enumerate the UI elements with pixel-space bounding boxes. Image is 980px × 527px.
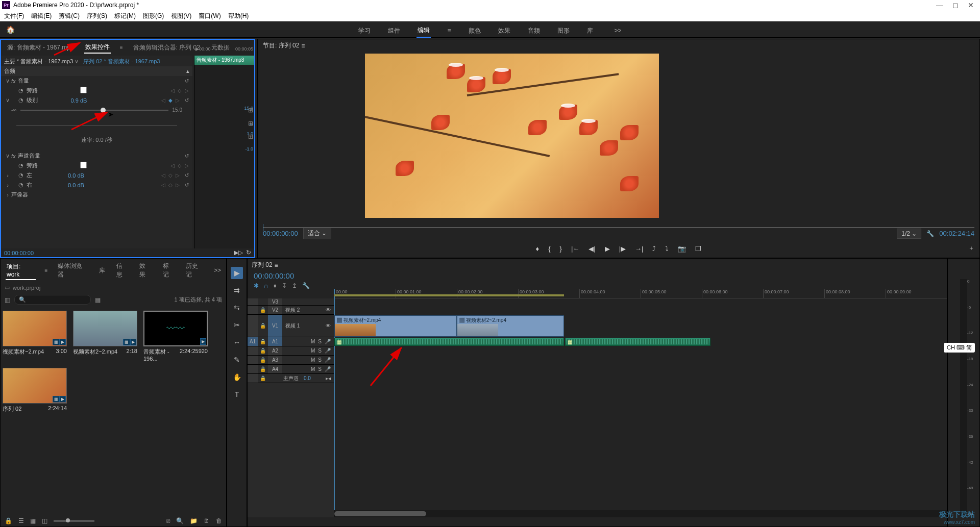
next-kf-icon[interactable]: ▷ [175, 97, 180, 103]
wrench-icon[interactable]: 🔧 [926, 230, 934, 237]
track-v3-label[interactable]: V3 [268, 298, 282, 305]
menu-edit[interactable]: 编辑(E) [31, 12, 52, 20]
trash-icon[interactable]: 🗑 [216, 517, 222, 524]
add-kf-icon[interactable]: ◆ [168, 97, 173, 103]
program-scrubber[interactable] [263, 223, 974, 226]
rw-lock-icon[interactable]: 🔒 [5, 517, 12, 524]
panner-effect[interactable]: 声像器 [11, 191, 28, 198]
export-frame-icon[interactable]: 📷 [678, 245, 686, 253]
snap-icon[interactable]: ✱ [254, 282, 259, 289]
reset-icon[interactable]: ↺ [184, 153, 189, 159]
channel-volume-effect[interactable]: 声道音量 [18, 152, 40, 160]
next-kf-icon[interactable]: ▷ [184, 88, 189, 93]
track-select-tool[interactable]: ⇉ [231, 284, 243, 296]
solo-button[interactable]: S [318, 339, 322, 344]
graph-icon[interactable]: ⊞ [248, 107, 253, 114]
menu-clip[interactable]: 剪辑(C) [59, 12, 80, 20]
caret-icon[interactable]: ∨ [4, 78, 11, 84]
extract-icon[interactable]: ⤵ [665, 245, 669, 253]
track-a1-label[interactable]: A1 [268, 337, 282, 346]
mark-out-icon[interactable]: } [560, 245, 562, 253]
play-only-icon[interactable]: ▶▷ [234, 249, 243, 256]
caret-icon[interactable]: › [4, 172, 11, 179]
level-slider[interactable]: -∞ 15.0 15.0 [1, 105, 192, 115]
graph-icon[interactable]: ⊞ [248, 133, 253, 140]
settings-icon[interactable]: 🔧 [302, 282, 310, 289]
filter-icon[interactable]: ▦ [95, 296, 101, 304]
timeline-seq-name[interactable]: 序列 02 [252, 261, 273, 269]
new-bin-icon[interactable]: 📁 [190, 517, 198, 524]
timeline-clip-area[interactable]: ▦ 视频素材~2.mp4 ▦ 视频素材2~2.mp4 ▦ ▦ [334, 298, 947, 517]
caret-icon[interactable]: › [4, 192, 11, 198]
list-view-icon[interactable]: ☰ [18, 517, 24, 524]
tab-overflow[interactable]: >> [214, 267, 221, 274]
clip-item[interactable]: ▦▶ 视频素材~2.mp43:00 [3, 311, 67, 362]
go-to-in-icon[interactable]: |← [571, 245, 579, 253]
maximize-button[interactable]: ◻ [952, 1, 959, 9]
level-value[interactable]: 0.9 dB [71, 97, 87, 104]
meter-bar[interactable] [960, 279, 967, 516]
clip-item[interactable]: ▦▶ 视频素材2~2.mp42:18 [73, 311, 137, 362]
stopwatch-icon[interactable]: ◔ [18, 162, 23, 169]
caret-icon[interactable]: › [4, 182, 11, 188]
ws-effects[interactable]: 效果 [497, 24, 511, 37]
zoom-slider[interactable] [54, 520, 94, 522]
search-input[interactable]: 🔍 [14, 295, 91, 305]
workspace-menu-icon[interactable]: ≡ [446, 25, 452, 36]
type-tool[interactable]: T [231, 388, 243, 400]
timeline-scrollbar[interactable] [334, 510, 947, 517]
close-button[interactable]: ✕ [968, 1, 974, 9]
source-timecode[interactable]: 00:00:00:00 [4, 250, 34, 256]
collapse-icon[interactable]: ▴ [186, 68, 189, 74]
lock-icon[interactable]: 🔒 [258, 323, 268, 329]
tab-menu-icon[interactable]: ≡ [120, 45, 123, 51]
lock-icon[interactable]: 🔒 [258, 339, 268, 344]
ws-lib[interactable]: 库 [586, 24, 594, 37]
timeline-timecode[interactable]: 00:00:00:00 [254, 271, 294, 280]
caret-down-icon[interactable]: ∨ [73, 58, 80, 65]
mark-in-icon[interactable]: { [548, 245, 550, 253]
reset-icon[interactable]: ↺ [184, 78, 189, 84]
new-item-icon[interactable]: 🗎 [204, 517, 210, 524]
slip-tool[interactable]: ↔ [231, 336, 243, 348]
track-a4-label[interactable]: A4 [268, 365, 282, 373]
tab-history[interactable]: 历史记 [185, 261, 205, 280]
menu-view[interactable]: 视图(V) [171, 12, 191, 20]
reset-icon[interactable]: ↺ [184, 97, 189, 103]
tab-project[interactable]: 项目: work [6, 261, 36, 280]
bypass-checkbox[interactable] [80, 87, 87, 93]
toggle-output-icon[interactable]: 👁 [326, 307, 331, 313]
left-value[interactable]: 0.0 dB [68, 172, 84, 179]
track-v1-label[interactable]: V1 [268, 315, 282, 337]
caret-icon[interactable]: ∨ [4, 153, 11, 159]
audio-clip[interactable]: ▦ [565, 338, 710, 346]
audio-clip[interactable]: ▦ [334, 338, 564, 346]
slider-thumb[interactable] [101, 108, 106, 113]
zoom-dropdown[interactable]: 1/2 ⌄ [897, 229, 921, 239]
menu-window[interactable]: 窗口(W) [199, 12, 220, 20]
minimize-button[interactable]: — [936, 1, 943, 9]
program-timecode-left[interactable]: 00:00:00:00 [263, 230, 298, 237]
play-button[interactable]: ▶ [605, 245, 610, 253]
video-clip[interactable]: ▦ 视频素材~2.mp4 [334, 315, 457, 337]
scrollbar-thumb[interactable] [334, 511, 426, 516]
step-back-icon[interactable]: ◀| [589, 245, 595, 253]
icon-view-icon[interactable]: ▦ [30, 517, 36, 524]
insert-icon[interactable]: ↧ [282, 282, 287, 289]
overwrite-icon[interactable]: ↥ [292, 282, 297, 289]
tab-info[interactable]: 信息 [115, 261, 129, 280]
track-a2-label[interactable]: A2 [268, 346, 282, 355]
master-value[interactable]: 0.0 [304, 375, 311, 381]
tab-libraries[interactable]: 库 [98, 265, 106, 276]
video-clip[interactable]: ▦ 视频素材2~2.mp4 [457, 315, 564, 337]
menu-mark[interactable]: 标记(M) [114, 12, 136, 20]
menu-graphics[interactable]: 图形(G) [143, 12, 164, 20]
tab-menu-icon[interactable]: ≡ [45, 268, 48, 273]
pen-tool[interactable]: ✎ [231, 354, 243, 366]
add-kf-icon[interactable]: ◇ [177, 88, 182, 93]
ws-edit[interactable]: 编辑 [416, 24, 431, 38]
add-marker-icon[interactable]: ♦ [536, 245, 540, 253]
ws-learn[interactable]: 学习 [357, 24, 372, 37]
bin-icon[interactable]: ▥ [5, 296, 10, 304]
collapse-icon[interactable]: ▸◂ [326, 375, 331, 381]
